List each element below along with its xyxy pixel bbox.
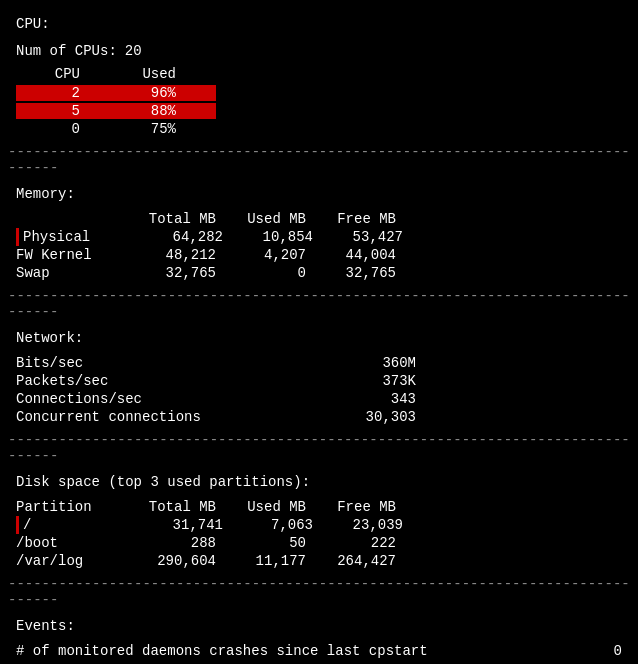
net-concurrent-value: 30,303 xyxy=(336,409,416,425)
cpu-header: CPU Used xyxy=(16,64,622,84)
net-bits-value: 360M xyxy=(336,355,416,371)
cpu-table: Num of CPUs: 20 CPU Used 2 96% 5 88% 0 xyxy=(0,42,638,138)
disk-row-varlog: /var/log 290,604 11,177 264,427 xyxy=(16,552,622,570)
net-packets-value: 373K xyxy=(336,373,416,389)
net-bits-label: Bits/sec xyxy=(16,355,336,371)
disk-header-row: Partition Total MB Used MB Free MB xyxy=(16,498,622,516)
disk-row-boot: /boot 288 50 222 xyxy=(16,534,622,552)
disk-boot-used: 50 xyxy=(216,535,306,551)
net-row-connections: Connections/sec 343 xyxy=(16,390,622,408)
cpu-row-1-used: 96% xyxy=(96,85,176,101)
divider-4: ----------------------------------------… xyxy=(0,574,638,610)
memory-row-physical: Physical 64,282 10,854 53,427 xyxy=(16,228,622,246)
cpu-num-cpus-row: Num of CPUs: 20 xyxy=(16,42,622,60)
events-row-1: # of monitored daemons crashes since las… xyxy=(16,642,622,660)
disk-root-partition: / xyxy=(23,517,133,533)
mem-physical-total: 64,282 xyxy=(133,229,223,245)
memory-row-swap: Swap 32,765 0 32,765 xyxy=(16,264,622,282)
cpu-col-header-used: Used xyxy=(96,66,176,82)
disk-header-free: Free MB xyxy=(306,499,396,515)
cpu-row-1-num: 2 xyxy=(16,85,96,101)
mem-physical-used: 10,854 xyxy=(223,229,313,245)
disk-section: Disk space (top 3 used partitions): Part… xyxy=(0,466,638,574)
events-section: Events: # of monitored daemons crashes s… xyxy=(0,610,638,664)
disk-header-partition: Partition xyxy=(16,499,126,515)
divider-3: ----------------------------------------… xyxy=(0,430,638,466)
events-row-1-value: 0 xyxy=(562,643,622,659)
mem-physical-free: 53,427 xyxy=(313,229,403,245)
mem-swap-used: 0 xyxy=(216,265,306,281)
memory-table: Total MB Used MB Free MB Physical 64,282… xyxy=(0,210,638,282)
mem-fwkernel-free: 44,004 xyxy=(306,247,396,263)
num-cpus-label: Num of CPUs: xyxy=(16,43,117,59)
mem-swap-total: 32,765 xyxy=(126,265,216,281)
network-section: Network: Bits/sec 360M Packets/sec 373K … xyxy=(0,322,638,430)
net-row-bits: Bits/sec 360M xyxy=(16,354,622,372)
cpu-row-2-highlight: 5 88% xyxy=(16,103,216,119)
divider-2: ----------------------------------------… xyxy=(0,286,638,322)
cpu-row-3-used: 75% xyxy=(96,121,176,137)
cpu-col-header-cpu: CPU xyxy=(16,66,96,82)
net-concurrent-label: Concurrent connections xyxy=(16,409,336,425)
mem-header-free: Free MB xyxy=(306,211,396,227)
disk-table: Partition Total MB Used MB Free MB / 31,… xyxy=(0,498,638,570)
disk-root-used: 7,063 xyxy=(223,517,313,533)
cpu-row-2-used: 88% xyxy=(96,103,176,119)
cpu-row-3: 0 75% xyxy=(16,120,622,138)
disk-varlog-total: 290,604 xyxy=(126,553,216,569)
cpu-row-1-highlight: 2 96% xyxy=(16,85,216,101)
mem-fwkernel-label: FW Kernel xyxy=(16,247,126,263)
cpu-row-3-normal: 0 75% xyxy=(16,121,216,137)
events-table: # of monitored daemons crashes since las… xyxy=(0,642,638,660)
events-row-1-label: # of monitored daemons crashes since las… xyxy=(16,643,562,659)
disk-varlog-free: 264,427 xyxy=(306,553,396,569)
net-connections-label: Connections/sec xyxy=(16,391,336,407)
mem-physical-label: Physical xyxy=(23,229,133,245)
events-title: Events: xyxy=(0,614,638,638)
memory-section: Memory: Total MB Used MB Free MB Physica… xyxy=(0,178,638,286)
disk-boot-free: 222 xyxy=(306,535,396,551)
mem-header-total: Total MB xyxy=(126,211,216,227)
disk-root-free: 23,039 xyxy=(313,517,403,533)
disk-boot-partition: /boot xyxy=(16,535,126,551)
network-title: Network: xyxy=(0,326,638,350)
disk-row-root: / 31,741 7,063 23,039 xyxy=(16,516,622,534)
mem-header-used: Used MB xyxy=(216,211,306,227)
disk-root-total: 31,741 xyxy=(133,517,223,533)
disk-header-total: Total MB xyxy=(126,499,216,515)
memory-title: Memory: xyxy=(0,182,638,206)
disk-varlog-partition: /var/log xyxy=(16,553,126,569)
memory-header-row: Total MB Used MB Free MB xyxy=(16,210,622,228)
net-packets-label: Packets/sec xyxy=(16,373,336,389)
disk-title: Disk space (top 3 used partitions): xyxy=(0,470,638,494)
mem-swap-free: 32,765 xyxy=(306,265,396,281)
network-table: Bits/sec 360M Packets/sec 373K Connectio… xyxy=(0,354,638,426)
cpu-row-2: 5 88% xyxy=(16,102,622,120)
cpu-title: CPU: xyxy=(0,12,638,36)
num-cpus-value: 20 xyxy=(125,43,142,59)
disk-header-used: Used MB xyxy=(216,499,306,515)
net-row-concurrent: Concurrent connections 30,303 xyxy=(16,408,622,426)
net-row-packets: Packets/sec 373K xyxy=(16,372,622,390)
cpu-row-1: 2 96% xyxy=(16,84,622,102)
disk-varlog-used: 11,177 xyxy=(216,553,306,569)
net-connections-value: 343 xyxy=(336,391,416,407)
disk-boot-total: 288 xyxy=(126,535,216,551)
mem-swap-label: Swap xyxy=(16,265,126,281)
divider-1: ----------------------------------------… xyxy=(0,142,638,178)
memory-row-fwkernel: FW Kernel 48,212 4,207 44,004 xyxy=(16,246,622,264)
cpu-row-2-num: 5 xyxy=(16,103,96,119)
cpu-section: CPU: Num of CPUs: 20 CPU Used 2 96% 5 88… xyxy=(0,8,638,142)
mem-fwkernel-total: 48,212 xyxy=(126,247,216,263)
mem-fwkernel-used: 4,207 xyxy=(216,247,306,263)
cpu-row-3-num: 0 xyxy=(16,121,96,137)
mem-header-label xyxy=(16,211,126,227)
